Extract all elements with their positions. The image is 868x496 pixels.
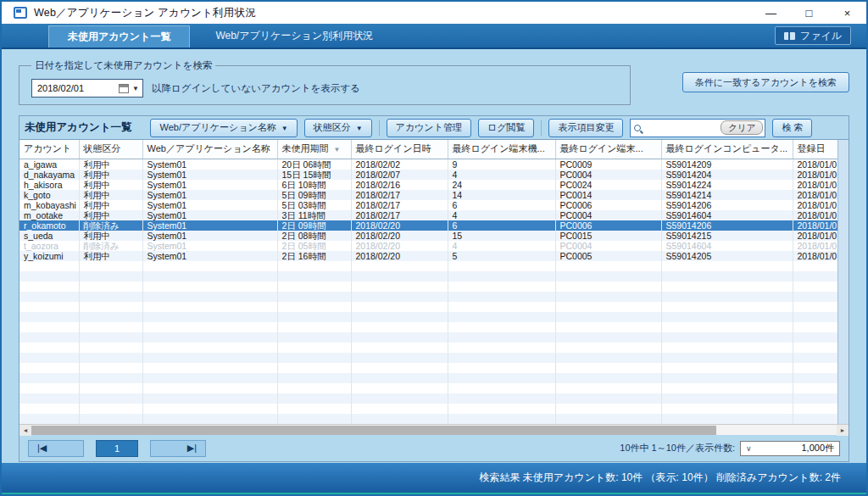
date-dropdown-icon[interactable]: ▼ [132, 85, 139, 92]
table-row[interactable]: m_kobayashi利用中System015日 03時間2018/02/176… [19, 200, 842, 210]
table-cell: 4 [448, 170, 555, 180]
sort-desc-icon[interactable]: ▼ [334, 146, 341, 153]
file-button[interactable]: ファイル [775, 26, 851, 45]
log-view-button[interactable]: ログ閲覧 [478, 119, 535, 137]
table-row[interactable]: k_goto利用中System015日 09時間2018/02/1714PC00… [19, 190, 842, 200]
first-page-button[interactable]: |◀ [28, 440, 84, 457]
column-header[interactable]: 最終ログイン日時 [351, 140, 448, 159]
table-cell: 14 [448, 190, 555, 200]
table-cell: S59014206 [661, 200, 793, 210]
change-columns-button[interactable]: 表示項目変更 [548, 119, 623, 137]
table-cell: 2018/01/0 [793, 231, 842, 241]
table-cell: s_ueda [19, 231, 79, 241]
table-cell: 2018/01/0 [793, 170, 842, 180]
result-range-label: 10件中 1～10件／表示件数: [620, 442, 735, 454]
table-cell: 2日 05時間 [277, 241, 351, 251]
scroll-left-icon[interactable]: ◄ [19, 425, 31, 436]
column-header[interactable]: 登録日 [793, 140, 842, 159]
table-cell: 2018/01/0 [793, 159, 842, 170]
scrollbar-thumb[interactable] [31, 426, 716, 435]
table-cell: System01 [142, 251, 277, 261]
account-manage-button[interactable]: アカウント管理 [387, 119, 471, 137]
table-cell: h_akisora [19, 180, 79, 190]
table-cell: 利用中 [79, 200, 142, 210]
table-cell: S59014214 [661, 190, 793, 200]
empty-row [19, 353, 842, 363]
table-cell: 削除済み [79, 241, 142, 251]
date-input[interactable] [37, 83, 102, 93]
maximize-button[interactable]: □ [790, 2, 828, 24]
grid-toolbar: 未使用アカウント一覧 Web/アプリケーション名称▼ 状態区分▼ アカウント管理… [19, 116, 849, 139]
horizontal-scrollbar[interactable]: ◄ ► [19, 424, 849, 435]
table-cell: PC0006 [555, 200, 661, 210]
column-header[interactable]: 状態区分 [79, 140, 142, 159]
column-header[interactable]: 最終ログイン端末... [555, 140, 661, 159]
table-row[interactable]: a_igawa利用中System0120日 06時間2018/02/029PC0… [19, 159, 842, 170]
column-header[interactable]: Web／アプリケーション名称 [142, 140, 277, 159]
tab-per-app-usage[interactable]: Web/アプリケーション別利用状況 [197, 24, 392, 47]
table-cell: System01 [142, 200, 277, 210]
table-cell: PC0005 [555, 251, 661, 261]
tab-bar: 未使用アカウント一覧 Web/アプリケーション別利用状況 ファイル [2, 24, 866, 49]
search-box[interactable]: クリア [630, 119, 765, 137]
table-row[interactable]: d_nakayama利用中System0115日 15時間2018/02/074… [19, 170, 842, 180]
vertical-scrollbar[interactable] [837, 140, 849, 424]
table-row[interactable]: m_ootake利用中System013日 11時間2018/02/174PC0… [19, 210, 842, 220]
table-cell: a_igawa [19, 159, 79, 170]
close-button[interactable]: × [828, 2, 866, 24]
table-cell: PC0024 [555, 180, 661, 190]
empty-row [19, 404, 842, 414]
table-cell: 2018/01/0 [793, 200, 842, 210]
tab-unused-accounts[interactable]: 未使用アカウント一覧 [48, 25, 190, 47]
last-page-button[interactable]: ▶| [150, 440, 206, 457]
table-cell: 2018/02/17 [351, 190, 448, 200]
table-row[interactable]: r_okamoto削除済みSystem012日 09時間2018/02/206P… [19, 220, 842, 231]
table-cell: 6 [448, 220, 555, 231]
scrollbar-track[interactable] [31, 425, 837, 436]
empty-row [19, 302, 842, 312]
accounts-table: アカウント状態区分Web／アプリケーション名称未使用期間▼最終ログイン日時最終ロ… [19, 140, 843, 424]
scroll-right-icon[interactable]: ► [837, 425, 849, 436]
table-row[interactable]: s_ueda利用中System012日 08時間2018/02/2015PC00… [19, 231, 842, 241]
table-cell: 利用中 [79, 159, 142, 170]
table-cell: 2日 08時間 [277, 231, 351, 241]
search-icon [634, 125, 641, 131]
empty-row [19, 292, 842, 302]
search-matching-accounts-button[interactable]: 条件に一致するアカウントを検索 [682, 72, 849, 92]
table-cell: 15日 15時間 [277, 170, 351, 180]
minimize-button[interactable]: — [752, 2, 790, 24]
table-row[interactable]: h_akisora利用中System016日 10時間2018/02/1624P… [19, 180, 842, 190]
search-button[interactable]: 検 索 [772, 119, 812, 137]
calendar-icon[interactable] [119, 84, 129, 93]
page-size-dropdown[interactable]: ∨ 1,000件 [740, 441, 840, 456]
date-picker[interactable]: ▼ [31, 79, 143, 98]
table-cell: 2日 16時間 [277, 251, 351, 261]
table-cell: 20日 06時間 [277, 159, 351, 170]
table-cell: System01 [142, 210, 277, 220]
table-cell: 4 [448, 210, 555, 220]
table-cell: S59014209 [661, 159, 793, 170]
column-header[interactable]: 未使用期間▼ [277, 140, 351, 159]
clear-button[interactable]: クリア [721, 120, 763, 135]
search-input[interactable] [641, 123, 721, 133]
empty-row [19, 281, 842, 292]
column-header[interactable]: アカウント [19, 140, 79, 159]
column-header[interactable]: 最終ログインコンピュータ... [661, 140, 793, 159]
table-row[interactable]: t_aozora削除済みSystem012日 05時間2018/02/204PC… [19, 241, 842, 251]
app-name-filter-dropdown[interactable]: Web/アプリケーション名称▼ [150, 119, 297, 137]
table-region: アカウント状態区分Web／アプリケーション名称未使用期間▼最終ログイン日時最終ロ… [19, 139, 849, 424]
current-page-button[interactable]: 1 [96, 440, 138, 457]
table-cell: 利用中 [79, 190, 142, 200]
table-cell: System01 [142, 241, 277, 251]
empty-row [19, 343, 842, 353]
status-filter-dropdown[interactable]: 状態区分▼ [304, 119, 372, 137]
table-cell: 6日 10時間 [277, 180, 351, 190]
empty-row [19, 373, 842, 383]
table-cell: 2018/01/0 [793, 190, 842, 200]
table-cell: System01 [142, 190, 277, 200]
table-header-row: アカウント状態区分Web／アプリケーション名称未使用期間▼最終ログイン日時最終ロ… [19, 140, 842, 159]
table-cell: 2018/02/17 [351, 210, 448, 220]
column-header[interactable]: 最終ログイン端末機... [448, 140, 555, 159]
table-row[interactable]: y_koizumi利用中System012日 16時間2018/02/205PC… [19, 251, 842, 261]
table-cell: m_ootake [19, 210, 79, 220]
